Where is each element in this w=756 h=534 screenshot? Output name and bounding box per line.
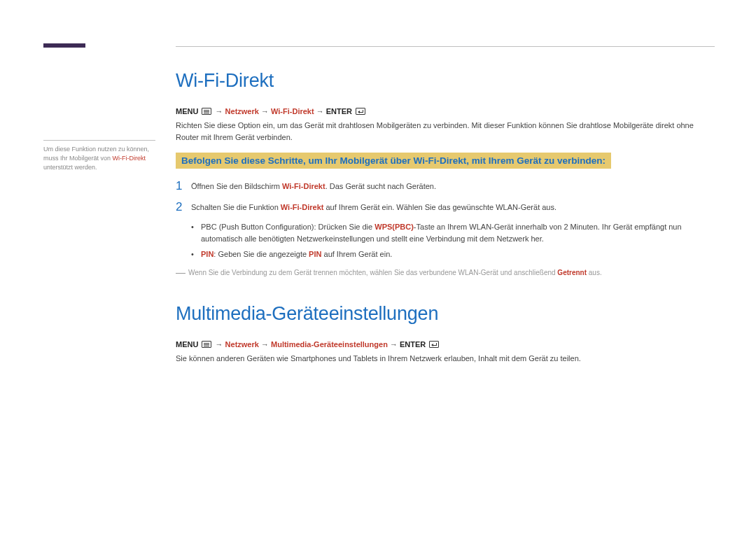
step-number: 2 — [176, 201, 191, 213]
section1-intro: Richten Sie diese Option ein, um das Ger… — [176, 120, 715, 143]
bc-enter-label: ENTER — [326, 107, 352, 115]
step1-text-a: Öffnen Sie den Bildschirm — [191, 182, 282, 190]
dash-icon: ― — [176, 267, 188, 278]
footnote-body: Wenn Sie die Verbindung zu dem Gerät tre… — [188, 267, 602, 278]
arrow-icon: → — [316, 107, 326, 115]
note-text-a: Wenn Sie die Verbindung zu dem Gerät tre… — [188, 269, 557, 276]
sidebar-note-post: unterstützt werden. — [43, 164, 97, 171]
sidebar-note: Um diese Funktion nutzen zu können, muss… — [43, 140, 155, 172]
step-1: 1 Öffnen Sie den Bildschirm Wi-Fi-Direkt… — [176, 180, 715, 192]
note-highlight: Getrennt — [557, 269, 587, 276]
step2-highlight: Wi-Fi-Direkt — [281, 203, 324, 211]
main-content: Wi-Fi-Direkt MENU → Netzwerk → Wi-Fi-Dir… — [176, 70, 715, 374]
bc-part-netzwerk: Netzwerk — [225, 340, 259, 349]
sub-item-body: PIN: Geben Sie die angezeigte PIN auf Ih… — [201, 248, 392, 260]
step-body: Schalten Sie die Funktion Wi-Fi-Direkt a… — [191, 201, 556, 213]
section2-body: Sie können anderen Geräten wie Smartphon… — [176, 353, 715, 365]
bullet-icon: • — [191, 221, 201, 244]
sub-item-body: PBC (Push Button Configuration): Drücken… — [201, 221, 715, 244]
sub2-text-b: auf Ihrem Gerät ein. — [321, 250, 392, 258]
menu-icon — [202, 108, 211, 115]
arrow-icon: → — [390, 340, 400, 349]
top-accent-bar — [43, 43, 85, 48]
sub1-highlight: WPS(PBC) — [374, 223, 414, 231]
section1-breadcrumb: MENU → Netzwerk → Wi-Fi-Direkt → ENTER — [176, 107, 715, 115]
arrow-icon: → — [261, 340, 271, 349]
enter-icon — [429, 341, 439, 348]
sub2-hl2: PIN — [309, 250, 321, 258]
bc-enter-label: ENTER — [400, 340, 426, 349]
step-number: 1 — [176, 180, 191, 192]
section1-callout: Befolgen Sie diese Schritte, um Ihr Mobi… — [176, 153, 611, 169]
section2-breadcrumb: MENU → Netzwerk → Multimedia-Geräteeinst… — [176, 340, 715, 349]
steps-list: 1 Öffnen Sie den Bildschirm Wi-Fi-Direkt… — [176, 180, 715, 213]
bc-menu-label: MENU — [176, 107, 198, 115]
enter-icon — [356, 108, 365, 115]
sidebar-note-text: Um diese Funktion nutzen zu können, muss… — [43, 145, 155, 172]
top-divider — [176, 46, 715, 47]
menu-icon — [202, 341, 211, 348]
bullet-icon: • — [191, 248, 201, 260]
step2-text-b: auf Ihrem Gerät ein. Wählen Sie das gewü… — [323, 203, 556, 211]
bc-part-netzwerk: Netzwerk — [225, 107, 259, 115]
bc-part-multimedia: Multimedia-Geräteeinstellungen — [271, 340, 388, 349]
footnote: ― Wenn Sie die Verbindung zu dem Gerät t… — [176, 267, 715, 278]
sidebar-divider — [43, 140, 155, 141]
step1-highlight: Wi-Fi-Direkt — [282, 182, 326, 190]
sub-bullet-list: • PBC (Push Button Configuration): Drück… — [191, 221, 715, 260]
bc-part-wifidirekt: Wi-Fi-Direkt — [271, 107, 314, 115]
arrow-icon: → — [216, 107, 225, 115]
arrow-icon: → — [216, 340, 225, 349]
arrow-icon: → — [261, 107, 271, 115]
step-2: 2 Schalten Sie die Funktion Wi-Fi-Direkt… — [176, 201, 715, 213]
sub1-text-a: PBC (Push Button Configuration): Drücken… — [201, 223, 374, 231]
page: Um diese Funktion nutzen zu können, muss… — [0, 0, 756, 534]
section1-heading: Wi-Fi-Direkt — [176, 70, 715, 92]
bc-menu-label: MENU — [176, 340, 198, 349]
section2-heading: Multimedia-Geräteeinstellungen — [176, 303, 715, 325]
step-body: Öffnen Sie den Bildschirm Wi-Fi-Direkt. … — [191, 180, 436, 192]
sub-item-pin: • PIN: Geben Sie die angezeigte PIN auf … — [191, 248, 715, 260]
section2: Multimedia-Geräteeinstellungen MENU → Ne… — [176, 303, 715, 365]
note-text-b: aus. — [587, 269, 602, 276]
step2-text-a: Schalten Sie die Funktion — [191, 203, 281, 211]
sidebar-note-highlight: Wi-Fi-Direkt — [113, 155, 146, 162]
sub-item-pbc: • PBC (Push Button Configuration): Drück… — [191, 221, 715, 244]
sub2-text-a: : Geben Sie die angezeigte — [214, 250, 309, 258]
step1-text-b: . Das Gerät sucht nach Geräten. — [326, 182, 436, 190]
sub2-hl1: PIN — [201, 250, 214, 258]
